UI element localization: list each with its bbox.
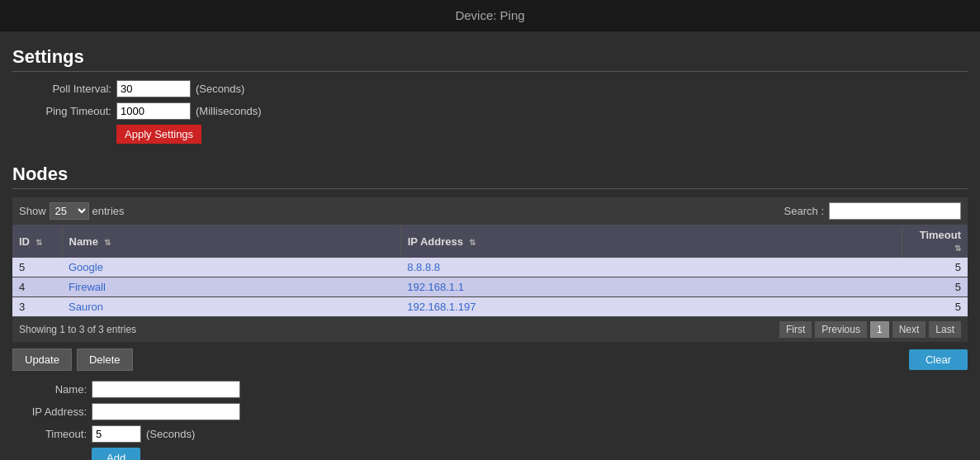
page-title: Device: Ping bbox=[455, 8, 524, 22]
ping-timeout-label: Ping Timeout: bbox=[29, 105, 111, 117]
nodes-heading: Nodes bbox=[12, 157, 968, 189]
last-page-button[interactable]: Last bbox=[929, 321, 961, 338]
entries-label: entries bbox=[92, 205, 125, 217]
cell-ip: 8.8.8.8 bbox=[400, 258, 902, 277]
delete-button[interactable]: Delete bbox=[77, 349, 133, 371]
table-row[interactable]: 5 Google 8.8.8.8 5 bbox=[12, 258, 968, 277]
add-name-row: Name: bbox=[12, 381, 968, 398]
search-label: Search : bbox=[784, 205, 824, 217]
settings-heading: Settings bbox=[12, 40, 968, 72]
col-header-timeout[interactable]: Timeout ⇅ bbox=[902, 225, 968, 258]
cell-timeout: 5 bbox=[902, 277, 968, 297]
col-header-ip[interactable]: IP Address ⇅ bbox=[400, 225, 902, 258]
table-row[interactable]: 3 Sauron 192.168.1.197 5 bbox=[12, 297, 968, 317]
table-header-row: ID ⇅ Name ⇅ IP Address ⇅ Timeout ⇅ bbox=[12, 225, 968, 258]
col-header-id[interactable]: ID ⇅ bbox=[12, 225, 62, 258]
cell-timeout: 5 bbox=[902, 258, 968, 277]
cell-id: 4 bbox=[12, 277, 62, 297]
clear-button[interactable]: Clear bbox=[909, 349, 968, 370]
add-timeout-unit: (Seconds) bbox=[146, 428, 195, 440]
main-content: Settings Poll Interval: (Seconds) Ping T… bbox=[0, 31, 980, 460]
id-sort-icon: ⇅ bbox=[36, 238, 42, 247]
table-row[interactable]: 4 Firewall 192.168.1.1 5 bbox=[12, 277, 968, 297]
cell-id: 5 bbox=[12, 258, 62, 277]
add-name-label: Name: bbox=[12, 383, 87, 396]
add-ip-row: IP Address: bbox=[12, 403, 968, 420]
cell-ip: 192.168.1.1 bbox=[400, 277, 902, 297]
poll-interval-unit: (Seconds) bbox=[196, 83, 244, 95]
timeout-sort-icon: ⇅ bbox=[954, 244, 961, 253]
name-sort-icon: ⇅ bbox=[104, 238, 111, 247]
pagination: First Previous 1 Next Last bbox=[779, 321, 961, 338]
entries-select[interactable]: 25 10 50 100 bbox=[50, 202, 89, 220]
show-label: Show bbox=[19, 205, 46, 217]
add-timeout-label: Timeout: bbox=[12, 428, 87, 440]
action-row: Update Delete Clear bbox=[12, 342, 968, 377]
cell-name: Google bbox=[62, 258, 400, 277]
col-header-name[interactable]: Name ⇅ bbox=[62, 225, 400, 258]
ping-timeout-row: Ping Timeout: (Milliseconds) bbox=[29, 102, 968, 120]
ip-sort-icon: ⇅ bbox=[469, 238, 476, 247]
nodes-table: ID ⇅ Name ⇅ IP Address ⇅ Timeout ⇅ 5 Goo… bbox=[12, 225, 968, 317]
table-controls: Show 25 10 50 100 entries Search : bbox=[12, 197, 968, 225]
cell-timeout: 5 bbox=[902, 297, 968, 317]
previous-page-button[interactable]: Previous bbox=[815, 321, 867, 338]
add-ip-input[interactable] bbox=[92, 403, 240, 420]
search-area: Search : bbox=[784, 202, 961, 220]
cell-id: 3 bbox=[12, 297, 62, 317]
cell-name: Firewall bbox=[62, 277, 400, 297]
next-page-button[interactable]: Next bbox=[892, 321, 926, 338]
ping-timeout-unit: (Milliseconds) bbox=[196, 105, 261, 117]
add-timeout-input[interactable] bbox=[92, 425, 141, 443]
poll-interval-row: Poll Interval: (Seconds) bbox=[29, 80, 968, 97]
apply-settings-button[interactable]: Apply Settings bbox=[116, 125, 201, 144]
show-entries-control: Show 25 10 50 100 entries bbox=[19, 202, 125, 220]
ping-timeout-input[interactable] bbox=[116, 102, 191, 120]
top-bar: Device: Ping bbox=[0, 0, 980, 31]
poll-interval-label: Poll Interval: bbox=[29, 83, 111, 95]
add-ip-label: IP Address: bbox=[12, 405, 87, 418]
add-form: Name: IP Address: Timeout: (Seconds) Add bbox=[12, 377, 968, 460]
poll-interval-input[interactable] bbox=[116, 80, 191, 97]
cell-ip: 192.168.1.197 bbox=[400, 297, 902, 317]
page-1-button[interactable]: 1 bbox=[870, 321, 889, 338]
add-button[interactable]: Add bbox=[92, 448, 140, 460]
action-left: Update Delete bbox=[12, 349, 133, 371]
showing-text: Showing 1 to 3 of 3 entries bbox=[19, 324, 136, 335]
search-input[interactable] bbox=[829, 202, 961, 220]
update-button[interactable]: Update bbox=[12, 349, 72, 371]
first-page-button[interactable]: First bbox=[779, 321, 812, 338]
cell-name: Sauron bbox=[62, 297, 400, 317]
settings-form: Poll Interval: (Seconds) Ping Timeout: (… bbox=[29, 80, 968, 150]
add-timeout-row: Timeout: (Seconds) bbox=[12, 425, 968, 443]
table-footer: Showing 1 to 3 of 3 entries First Previo… bbox=[12, 317, 968, 342]
add-name-input[interactable] bbox=[92, 381, 240, 398]
